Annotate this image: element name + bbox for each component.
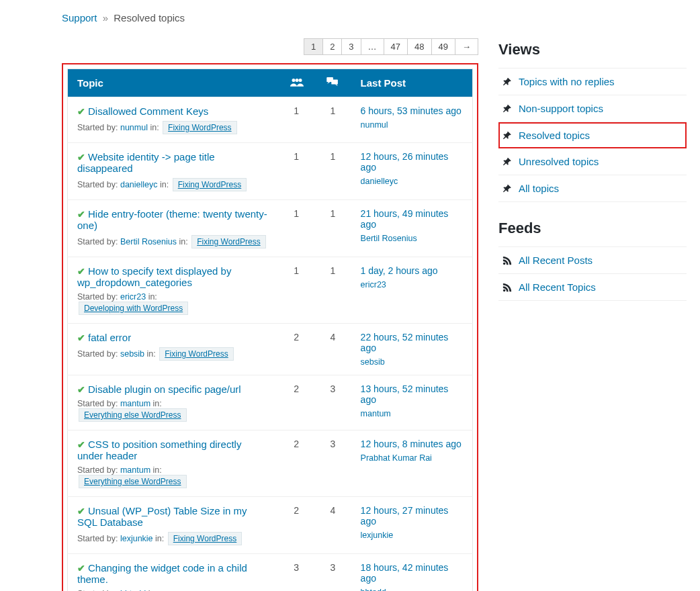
- page-49[interactable]: 49: [431, 38, 455, 55]
- voices-count: 2: [278, 497, 314, 554]
- in-label: in:: [179, 237, 188, 246]
- users-icon: [290, 77, 302, 87]
- page-2[interactable]: 2: [322, 38, 342, 55]
- last-post-cell: 12 hours, 8 minutes agoPrabhat Kumar Rai: [351, 430, 473, 497]
- last-post-user-link[interactable]: sebsib: [361, 357, 385, 367]
- sidebar-view-link[interactable]: Topics with no replies: [498, 69, 687, 95]
- page-47[interactable]: 47: [384, 38, 408, 55]
- forum-tag-link[interactable]: Fixing WordPress: [173, 178, 247, 191]
- table-row: ✔How to specify text displayed by wp_dro…: [68, 257, 473, 324]
- topic-title-link[interactable]: Hide entry-footer (theme: twenty twenty-…: [77, 208, 267, 231]
- sidebar-view-link[interactable]: All topics: [498, 175, 687, 201]
- topic-title-link[interactable]: Disallowed Comment Keys: [88, 105, 208, 117]
- last-post-user-link[interactable]: bbtodd: [361, 588, 386, 591]
- last-post-time-link[interactable]: 1 day, 2 hours ago: [361, 265, 463, 276]
- rss-icon: [502, 283, 512, 292]
- forum-tag-link[interactable]: Fixing WordPress: [191, 235, 265, 248]
- sidebar-feed-link[interactable]: All Recent Posts: [498, 247, 687, 273]
- voices-count: 1: [278, 143, 314, 200]
- last-post-time-link[interactable]: 22 hours, 52 minutes ago: [361, 332, 463, 353]
- topic-starter-link[interactable]: mantum: [120, 399, 150, 408]
- topic-title-link[interactable]: CSS to position something directly under…: [77, 439, 241, 461]
- in-label: in:: [160, 180, 169, 189]
- forum-tag-link[interactable]: Fixing WordPress: [163, 121, 236, 134]
- table-row: ✔Hide entry-footer (theme: twenty twenty…: [68, 200, 473, 257]
- topic-title-link[interactable]: Disable plugin on specific page/url: [88, 383, 241, 395]
- topic-starter-link[interactable]: lexjunkie: [120, 534, 153, 543]
- forum-tag-link[interactable]: Developing with WordPress: [79, 302, 188, 315]
- last-post-user-link[interactable]: Bertil Rosenius: [361, 234, 417, 243]
- svg-point-1: [296, 79, 299, 82]
- sidebar-item-label: Unresolved topics: [519, 156, 599, 167]
- last-post-user-link[interactable]: mantum: [361, 409, 391, 418]
- in-label: in:: [153, 399, 162, 408]
- started-by-label: Started by:: [77, 465, 118, 475]
- feeds-list: All Recent PostsAll Recent Topics: [498, 246, 687, 301]
- topic-title-link[interactable]: How to specify text displayed by wp_drop…: [77, 265, 231, 288]
- last-post-cell: 6 hours, 53 minutes agonunmul: [351, 97, 473, 143]
- last-post-cell: 12 hours, 27 minutes agolexjunkie: [351, 497, 473, 554]
- last-post-time-link[interactable]: 21 hours, 49 minutes ago: [361, 208, 463, 230]
- page-3[interactable]: 3: [341, 38, 361, 55]
- resolved-check-icon: ✔: [77, 106, 85, 117]
- sidebar-view-link[interactable]: Unresolved topics: [498, 148, 687, 175]
- started-by-label: Started by:: [77, 349, 118, 359]
- breadcrumb-current: Resolved topics: [114, 12, 185, 24]
- last-post-time-link[interactable]: 12 hours, 26 minutes ago: [361, 151, 463, 173]
- topic-starter-link[interactable]: ericr23: [120, 292, 146, 302]
- in-label: in:: [148, 292, 157, 302]
- last-post-time-link[interactable]: 18 hours, 42 minutes ago: [361, 562, 463, 584]
- last-post-cell: 22 hours, 52 minutes agosebsib: [351, 324, 473, 375]
- forum-tag-link[interactable]: Fixing WordPress: [159, 347, 233, 361]
- in-label: in:: [150, 123, 159, 132]
- topic-starter-link[interactable]: mantum: [120, 465, 150, 475]
- topic-meta: Started by: nunmul in: Fixing WordPress: [77, 121, 269, 134]
- last-post-cell: 1 day, 2 hours agoericr23: [351, 257, 473, 324]
- topic-title-link[interactable]: Changing the widget code in a child them…: [77, 562, 247, 585]
- last-post-user-link[interactable]: Prabhat Kumar Rai: [361, 453, 432, 463]
- forum-tag-link[interactable]: Everything else WordPress: [79, 475, 187, 488]
- topic-starter-link[interactable]: Bertil Rosenius: [120, 237, 177, 246]
- page-…[interactable]: …: [361, 38, 384, 55]
- sidebar-item-label: Topics with no replies: [519, 76, 615, 87]
- topic-starter-link[interactable]: sebsib: [120, 349, 144, 359]
- page-→[interactable]: →: [455, 38, 478, 55]
- sidebar-item: All Recent Posts: [498, 247, 687, 274]
- last-post-time-link[interactable]: 12 hours, 8 minutes ago: [361, 439, 463, 449]
- forum-tag-link[interactable]: Everything else WordPress: [79, 408, 187, 422]
- breadcrumb-root-link[interactable]: Support: [62, 12, 97, 24]
- started-by-label: Started by:: [77, 180, 118, 189]
- topic-title-link[interactable]: Website identity -> page title disappear…: [77, 151, 215, 174]
- breadcrumb: Support » Resolved topics: [62, 12, 687, 24]
- speech-bubbles-icon: [326, 77, 339, 87]
- started-by-label: Started by:: [77, 292, 118, 302]
- page-48[interactable]: 48: [407, 38, 431, 55]
- topic-title-link[interactable]: fatal error: [88, 332, 131, 343]
- voices-count: 2: [278, 324, 314, 375]
- pin-icon: [502, 157, 512, 167]
- last-post-time-link[interactable]: 12 hours, 27 minutes ago: [361, 505, 463, 527]
- topic-starter-link[interactable]: danielleyc: [120, 180, 158, 189]
- topic-meta: Started by: danielleyc in: Fixing WordPr…: [77, 178, 269, 191]
- sidebar-feed-link[interactable]: All Recent Topics: [498, 274, 687, 300]
- replies-count: 4: [314, 324, 351, 375]
- replies-count: 4: [314, 497, 351, 554]
- voices-count: 2: [278, 430, 314, 497]
- resolved-check-icon: ✔: [77, 209, 85, 220]
- last-post-user-link[interactable]: danielleyc: [361, 177, 398, 186]
- sidebar-view-link[interactable]: Resolved topics: [500, 124, 685, 147]
- last-post-cell: 21 hours, 49 minutes agoBertil Rosenius: [351, 200, 473, 257]
- started-by-label: Started by:: [77, 123, 118, 132]
- last-post-user-link[interactable]: nunmul: [361, 120, 388, 130]
- last-post-time-link[interactable]: 6 hours, 53 minutes ago: [361, 105, 463, 116]
- topic-meta: Started by: mantum in: Everything else W…: [77, 399, 269, 422]
- last-post-time-link[interactable]: 13 hours, 52 minutes ago: [361, 383, 463, 405]
- table-header-voices: [278, 69, 314, 97]
- forum-tag-link[interactable]: Fixing WordPress: [168, 532, 242, 545]
- last-post-user-link[interactable]: lexjunkie: [361, 531, 394, 540]
- topic-title-link[interactable]: Unsual (WP_Post) Table Size in my SQL Da…: [77, 505, 247, 528]
- sidebar-view-link[interactable]: Non-support topics: [498, 95, 687, 122]
- last-post-user-link[interactable]: ericr23: [361, 280, 386, 289]
- svg-point-5: [503, 262, 506, 265]
- topic-starter-link[interactable]: nunmul: [120, 123, 148, 132]
